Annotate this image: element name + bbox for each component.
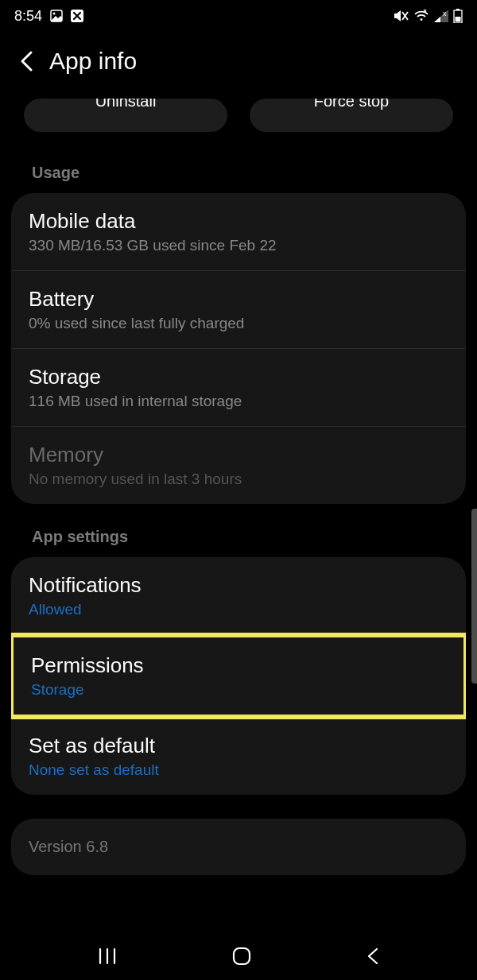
row-notifications[interactable]: Notifications Allowed (11, 557, 466, 635)
row-sub: Allowed (29, 601, 448, 618)
row-storage[interactable]: Storage 116 MB used in internal storage (11, 349, 466, 427)
row-set-default[interactable]: Set as default None set as default (11, 717, 466, 795)
version-text: Version 6.8 (29, 838, 448, 856)
force-stop-button[interactable]: Force stop (250, 99, 453, 132)
svg-rect-10 (234, 948, 250, 964)
battery-icon (453, 9, 463, 23)
row-permissions[interactable]: Permissions Storage (14, 637, 463, 715)
svg-point-1 (53, 13, 56, 15)
status-bar: 8:54 x (0, 0, 477, 32)
svg-text:x: x (443, 10, 447, 17)
row-sub: 0% used since last fully charged (29, 315, 448, 332)
page-title: App info (49, 48, 137, 75)
row-sub: Storage (31, 681, 446, 699)
close-badge-icon (71, 10, 83, 22)
app-header: App info (0, 32, 477, 99)
row-sub: No memory used in last 3 hours (29, 471, 448, 488)
navigation-bar (0, 932, 477, 980)
row-sub: 330 MB/16.53 GB used since Feb 22 (29, 237, 448, 254)
row-title: Set as default (29, 734, 448, 758)
status-time: 8:54 (14, 8, 42, 25)
row-title: Battery (29, 287, 448, 312)
back-nav-icon[interactable] (366, 947, 380, 966)
section-label-usage: Usage (0, 164, 477, 193)
scrollbar-thumb[interactable] (471, 509, 477, 684)
home-icon[interactable] (231, 946, 252, 966)
row-version[interactable]: Version 6.8 (11, 819, 466, 875)
uninstall-button[interactable]: Uninstall (24, 99, 227, 132)
row-title: Mobile data (29, 209, 448, 234)
section-label-app-settings: App settings (0, 528, 477, 557)
app-settings-card: Notifications Allowed Permissions Storag… (11, 557, 466, 795)
signal-icon: x (434, 10, 448, 22)
usage-card: Mobile data 330 MB/16.53 GB used since F… (11, 193, 466, 504)
row-memory[interactable]: Memory No memory used in last 3 hours (11, 427, 466, 504)
recents-icon[interactable] (97, 947, 118, 965)
svg-rect-6 (456, 17, 461, 22)
wifi-icon (413, 10, 429, 22)
row-title: Storage (29, 365, 448, 389)
row-title: Notifications (29, 573, 448, 598)
highlight-box: Permissions Storage (11, 633, 466, 719)
version-card: Version 6.8 (11, 819, 466, 875)
row-sub: 116 MB used in internal storage (29, 393, 448, 410)
row-sub: None set as default (29, 761, 448, 779)
row-title: Permissions (31, 653, 446, 678)
gallery-icon (50, 10, 63, 22)
action-row: Uninstall Force stop (0, 99, 477, 164)
mute-icon (393, 9, 409, 23)
row-mobile-data[interactable]: Mobile data 330 MB/16.53 GB used since F… (11, 193, 466, 271)
row-title: Memory (29, 443, 448, 467)
row-battery[interactable]: Battery 0% used since last fully charged (11, 271, 466, 349)
back-icon[interactable] (19, 51, 35, 72)
